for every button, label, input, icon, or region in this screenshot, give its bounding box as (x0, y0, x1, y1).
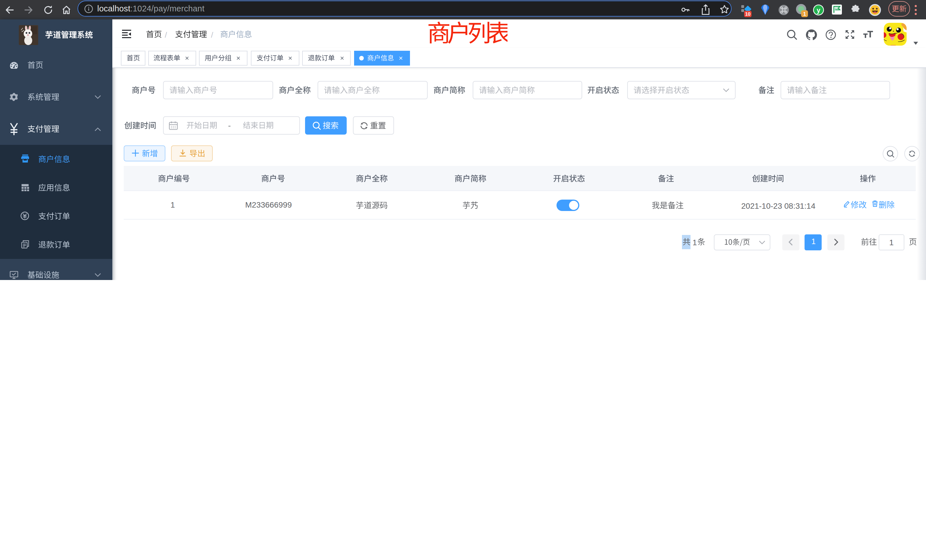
svg-text:10: 10 (745, 11, 750, 17)
svg-text:1: 1 (803, 11, 806, 17)
svg-text:y: y (817, 6, 820, 14)
